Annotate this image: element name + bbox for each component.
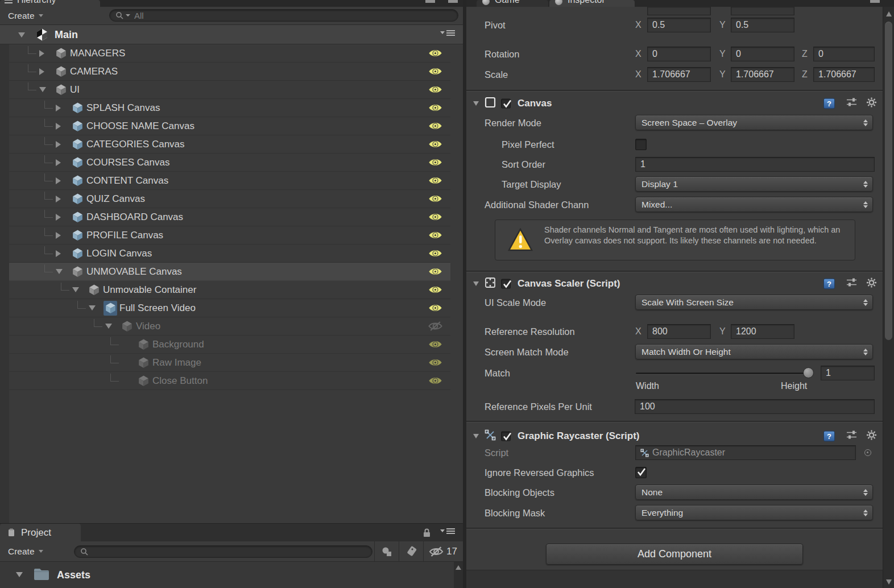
scale-y-field[interactable]: 1.706667 xyxy=(731,67,794,82)
foldout-arrow[interactable] xyxy=(16,572,23,577)
hierarchy-row[interactable]: UI xyxy=(9,81,450,99)
blocking-mask-dropdown[interactable]: Everything xyxy=(635,505,873,520)
hierarchy-row[interactable]: PROFILE Canvas xyxy=(9,226,450,245)
project-search-input[interactable] xyxy=(74,545,372,558)
visibility-eye-icon[interactable] xyxy=(428,158,442,168)
presets-icon[interactable] xyxy=(846,430,857,442)
gear-icon[interactable] xyxy=(866,430,877,443)
foldout-arrow[interactable] xyxy=(18,32,25,38)
gear-icon[interactable] xyxy=(866,278,877,291)
visibility-eye-icon[interactable] xyxy=(428,249,442,259)
hierarchy-row[interactable]: Video xyxy=(9,317,450,336)
scene-options-icon[interactable] xyxy=(440,31,455,34)
hierarchy-row[interactable]: Background xyxy=(9,336,450,354)
foldout-arrow[interactable] xyxy=(473,281,479,286)
visibility-eye-icon[interactable] xyxy=(428,194,442,204)
lock-icon[interactable] xyxy=(423,528,431,540)
project-create-button[interactable]: Create xyxy=(5,543,47,560)
gear-icon[interactable] xyxy=(866,97,877,110)
tab-hierarchy[interactable]: Hierarchy xyxy=(0,0,100,7)
visibility-eye-icon[interactable] xyxy=(428,212,442,222)
help-icon[interactable]: ? xyxy=(823,98,835,109)
script-object-field[interactable]: GraphicRaycaster xyxy=(635,445,856,460)
hierarchy-row[interactable]: CATEGORIES Canvas xyxy=(9,135,450,154)
hierarchy-row[interactable]: MANAGERS xyxy=(9,44,450,63)
reference-resolution-y-field[interactable]: 1200 xyxy=(731,324,794,339)
visibility-eye-icon[interactable] xyxy=(428,85,442,95)
add-component-button[interactable]: Add Component xyxy=(546,544,803,565)
hierarchy-row[interactable]: COURSES Canvas xyxy=(9,154,450,172)
search-filter-chevron-icon[interactable] xyxy=(126,14,130,16)
foldout-arrow[interactable] xyxy=(473,101,479,106)
visibility-eye-icon[interactable] xyxy=(428,303,442,313)
project-scrollbar[interactable] xyxy=(454,562,463,588)
sort-order-field[interactable]: 1 xyxy=(635,157,875,172)
visibility-eye-icon[interactable] xyxy=(428,67,442,77)
rotation-y-field[interactable]: 0 xyxy=(731,47,794,61)
blocking-objects-dropdown[interactable]: None xyxy=(635,485,873,500)
match-slider-thumb[interactable] xyxy=(803,367,814,378)
visibility-eye-icon[interactable] xyxy=(428,176,442,186)
hierarchy-row[interactable]: SPLASH Canvas xyxy=(9,99,450,117)
foldout-arrow[interactable] xyxy=(56,177,71,184)
rotation-z-field[interactable]: 0 xyxy=(813,47,875,61)
match-value-field[interactable]: 1 xyxy=(821,366,875,380)
foldout-arrow[interactable] xyxy=(56,105,71,111)
visibility-eye-icon[interactable] xyxy=(428,48,442,59)
visibility-eye-icon[interactable] xyxy=(428,285,442,295)
visibility-eye-icon[interactable] xyxy=(428,339,442,350)
hierarchy-row[interactable]: Unmovable Container xyxy=(9,281,450,299)
hierarchy-row[interactable]: LOGIN Canvas xyxy=(9,245,450,263)
foldout-arrow[interactable] xyxy=(56,232,71,239)
foldout-arrow[interactable] xyxy=(39,87,54,92)
screen-match-mode-dropdown[interactable]: Match Width Or Height xyxy=(635,344,873,359)
project-options-icon[interactable] xyxy=(440,529,455,532)
scale-z-field[interactable]: 1.706667 xyxy=(813,67,875,82)
visibility-eye-icon[interactable] xyxy=(428,103,442,113)
visibility-eye-icon[interactable] xyxy=(428,121,442,131)
presets-icon[interactable] xyxy=(846,278,857,290)
scale-x-field[interactable]: 1.706667 xyxy=(647,67,711,82)
foldout-arrow[interactable] xyxy=(56,159,71,166)
visibility-eye-icon[interactable] xyxy=(428,230,442,241)
foldout-arrow[interactable] xyxy=(473,434,479,438)
hierarchy-create-button[interactable]: Create xyxy=(5,7,47,24)
tab-project[interactable]: Project xyxy=(0,524,81,542)
hierarchy-row[interactable]: CONTENT Canvas xyxy=(9,172,450,190)
foldout-arrow[interactable] xyxy=(56,123,71,130)
scroll-down-arrow-icon[interactable] xyxy=(886,579,892,585)
tab-inspector[interactable]: Inspector xyxy=(549,0,635,7)
foldout-arrow[interactable] xyxy=(56,269,71,274)
rotation-x-field[interactable]: 0 xyxy=(647,47,711,61)
foldout-arrow[interactable] xyxy=(39,50,54,57)
hierarchy-row[interactable]: CAMERAS xyxy=(9,63,450,81)
foldout-arrow[interactable] xyxy=(56,141,71,148)
help-icon[interactable]: ? xyxy=(823,279,835,289)
visibility-eye-icon[interactable] xyxy=(428,267,442,277)
foldout-arrow[interactable] xyxy=(56,214,71,221)
hierarchy-row[interactable]: Full Screen Video xyxy=(9,299,450,317)
target-display-dropdown[interactable]: Display 1 xyxy=(635,176,873,192)
search-by-label-icon[interactable] xyxy=(399,541,423,562)
help-icon[interactable]: ? xyxy=(823,431,835,442)
visibility-eye-icon[interactable] xyxy=(428,358,442,368)
reference-ppu-field[interactable]: 100 xyxy=(635,399,875,414)
reference-resolution-x-field[interactable]: 800 xyxy=(647,324,711,339)
scene-header-main[interactable]: Main xyxy=(0,25,463,44)
clipped-field[interactable] xyxy=(647,7,711,15)
hierarchy-row[interactable]: DASHBOARD Canvas xyxy=(9,208,450,226)
canvas-scaler-header[interactable]: Canvas Scaler (Script) ? xyxy=(466,275,894,292)
foldout-arrow[interactable] xyxy=(72,287,87,292)
ignore-reversed-checkbox[interactable] xyxy=(635,467,647,478)
pixel-perfect-checkbox[interactable] xyxy=(635,139,647,150)
hierarchy-row[interactable]: Close Button xyxy=(9,372,450,390)
hierarchy-row[interactable]: QUIZ Canvas xyxy=(9,190,450,208)
canvas-component-header[interactable]: Canvas ? xyxy=(466,95,894,112)
render-mode-dropdown[interactable]: Screen Space – Overlay xyxy=(635,115,873,130)
foldout-arrow[interactable] xyxy=(56,250,71,257)
search-by-type-icon[interactable] xyxy=(375,541,399,562)
component-enabled-checkbox[interactable] xyxy=(501,99,511,109)
pivot-y-field[interactable]: 0.5 xyxy=(731,18,794,32)
assets-row[interactable]: Assets xyxy=(0,562,463,588)
foldout-arrow[interactable] xyxy=(105,324,120,329)
